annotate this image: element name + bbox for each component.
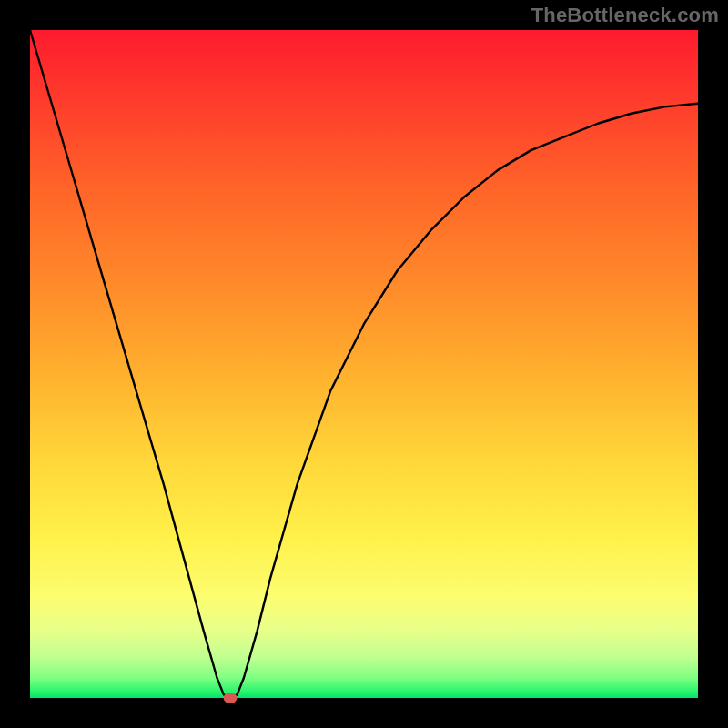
watermark-text: TheBottleneck.com [531, 4, 719, 27]
chart-frame: TheBottleneck.com [0, 0, 728, 728]
minimum-marker [224, 693, 238, 703]
bottleneck-curve [30, 30, 698, 698]
